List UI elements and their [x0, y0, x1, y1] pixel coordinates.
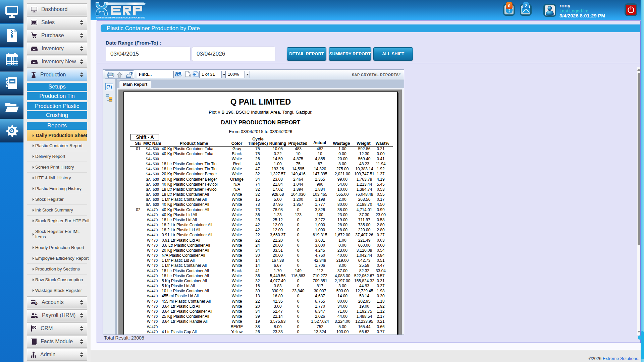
svg-text:EXTREME ENTERPRISE RECOURCES P: EXTREME ENTERPRISE RECOURCES PROCESSING — [96, 16, 145, 19]
svg-text:$: $ — [35, 302, 37, 305]
